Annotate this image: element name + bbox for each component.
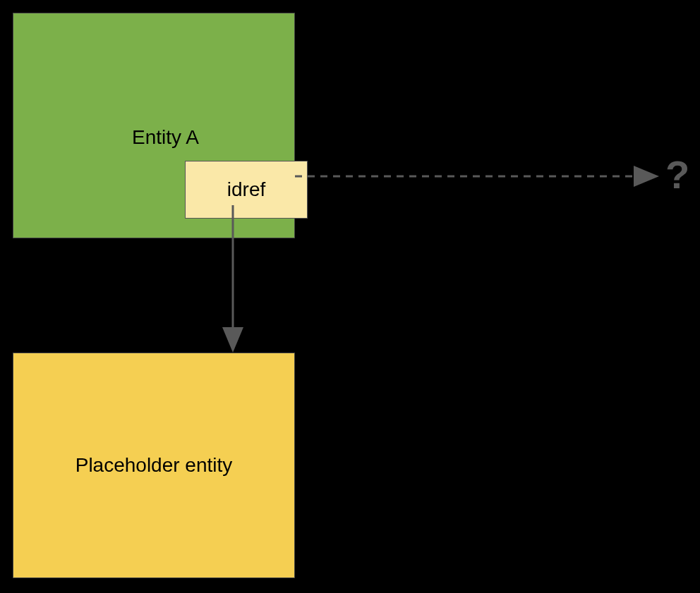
placeholder-entity-label: Placeholder entity <box>76 454 233 477</box>
idref-label: idref <box>227 178 265 201</box>
entity-a-box: Entity A idref <box>13 13 295 238</box>
idref-box: idref <box>185 161 308 219</box>
entity-a-label: Entity A <box>132 126 199 149</box>
question-mark-icon: ? <box>665 152 689 197</box>
placeholder-entity-box: Placeholder entity <box>13 353 295 578</box>
